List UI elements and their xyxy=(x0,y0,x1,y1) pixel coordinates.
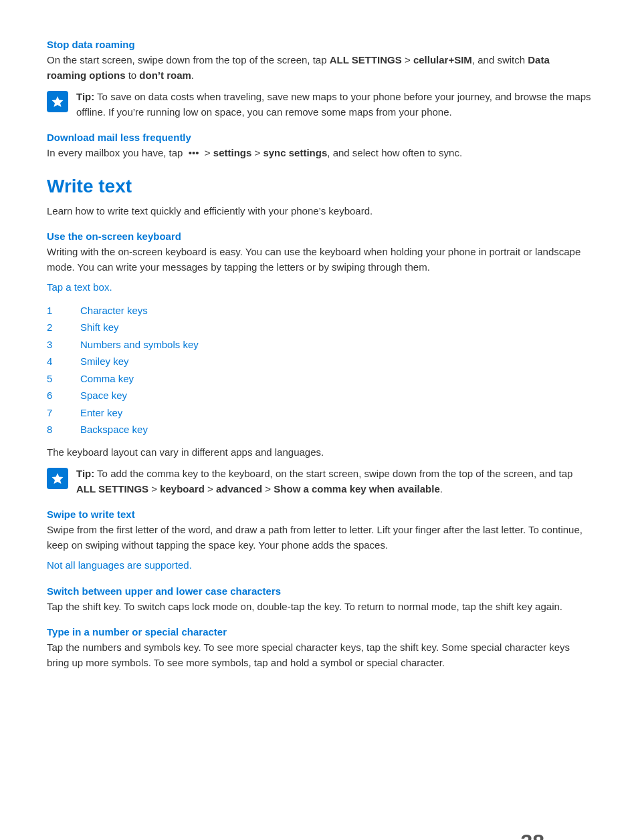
list-item-label: Backspace key xyxy=(80,421,148,438)
after-list: The keyboard layout can vary in differen… xyxy=(47,445,591,460)
list-item: 7Enter key xyxy=(47,404,591,422)
tip2-icon xyxy=(47,468,68,489)
download-mail-pre: In every mailbox you have, tap ••• > xyxy=(47,147,213,158)
body-post1: , and switch xyxy=(472,54,528,65)
tip1-label: Tip: xyxy=(76,91,94,102)
swipe-heading: Swipe to write text xyxy=(47,509,591,520)
stop-data-roaming-section: Stop data roaming On the start screen, s… xyxy=(47,39,591,120)
list-item-num: 7 xyxy=(47,404,80,422)
type-number-heading: Type in a number or special character xyxy=(47,626,591,638)
body-end: . xyxy=(191,69,194,81)
footer-page: 38 xyxy=(520,830,544,840)
list-item-label: Character keys xyxy=(80,302,148,319)
swipe-note: Not all languages are supported. xyxy=(47,558,591,573)
tip2-content: Tip: To add the comma key to the keyboar… xyxy=(76,466,591,497)
keyboard-list: 1Character keys2Shift key3Numbers and sy… xyxy=(47,302,591,438)
list-item-num: 8 xyxy=(47,421,80,438)
tip2-mid3: > xyxy=(262,483,274,495)
tip2-bold3: advanced xyxy=(216,483,262,495)
page-subtitle: Learn how to write text quickly and effi… xyxy=(47,204,591,219)
list-item: 8Backspace key xyxy=(47,421,591,438)
body-mid: > xyxy=(402,54,413,65)
list-item-num: 1 xyxy=(47,302,80,319)
list-item: 1Character keys xyxy=(47,302,591,319)
list-item: 4Smiley key xyxy=(47,353,591,370)
body-bold4: don’t roam xyxy=(139,69,191,81)
on-screen-keyboard-section: Use the on-screen keyboard Writing with … xyxy=(47,231,591,497)
body-text-pre: On the start screen, swipe down from the… xyxy=(47,54,330,65)
list-item-label: Numbers and symbols key xyxy=(80,336,199,354)
stop-data-roaming-heading: Stop data roaming xyxy=(47,39,591,50)
tip1-content: Tip: To save on data costs when travelin… xyxy=(76,90,591,120)
swipe-body: Swipe from the first letter of the word,… xyxy=(47,523,591,553)
tip2-text-pre: To add the comma key to the keyboard, on… xyxy=(94,468,572,479)
download-mail-post: , and select how often to sync. xyxy=(327,147,462,158)
list-item-label: Comma key xyxy=(80,370,134,388)
tip1-icon xyxy=(47,91,68,112)
tip2-label: Tip: xyxy=(76,468,94,479)
switch-case-section: Switch between upper and lower case char… xyxy=(47,585,591,615)
switch-case-heading: Switch between upper and lower case char… xyxy=(47,585,591,597)
download-mail-bold2: sync settings xyxy=(263,147,327,158)
stop-data-roaming-body: On the start screen, swipe down from the… xyxy=(47,53,591,83)
page-wrapper: Stop data roaming On the start screen, s… xyxy=(47,39,591,840)
type-number-body: Tap the numbers and symbols key. To see … xyxy=(47,640,591,670)
list-item: 2Shift key xyxy=(47,319,591,336)
download-mail-mid: > xyxy=(251,147,263,158)
star-icon-2 xyxy=(51,472,64,485)
list-item-label: Shift key xyxy=(80,319,119,336)
tip2-box: Tip: To add the comma key to the keyboar… xyxy=(47,466,591,497)
svg-marker-1 xyxy=(52,473,64,484)
svg-marker-0 xyxy=(52,96,64,107)
download-mail-heading: Download mail less frequently xyxy=(47,132,591,143)
switch-case-body: Tap the shift key. To switch caps lock m… xyxy=(47,599,591,615)
download-mail-body: In every mailbox you have, tap ••• > set… xyxy=(47,146,591,161)
list-item-label: Space key xyxy=(80,387,127,404)
list-item-label: Smiley key xyxy=(80,353,129,370)
list-item-num: 4 xyxy=(47,353,80,370)
list-item: 5Comma key xyxy=(47,370,591,388)
tap-instruction: Tap a text box. xyxy=(47,280,591,295)
list-item: 3Numbers and symbols key xyxy=(47,336,591,354)
swipe-section: Swipe to write text Swipe from the first… xyxy=(47,509,591,573)
tip2-end: . xyxy=(440,483,443,495)
tip2-mid1: > xyxy=(148,483,160,495)
on-screen-keyboard-body: Writing with the on-screen keyboard is e… xyxy=(47,245,591,275)
body-post2: to xyxy=(126,69,140,81)
on-screen-keyboard-heading: Use the on-screen keyboard xyxy=(47,231,591,242)
list-item-num: 6 xyxy=(47,387,80,404)
star-icon xyxy=(51,95,64,108)
body-bold2: cellular+SIM xyxy=(413,54,472,65)
tip2-bold4: Show a comma key when available xyxy=(274,483,439,495)
body-bold1: ALL SETTINGS xyxy=(330,54,402,65)
list-item-num: 2 xyxy=(47,319,80,336)
tip1-box: Tip: To save on data costs when travelin… xyxy=(47,90,591,120)
download-mail-section: Download mail less frequently In every m… xyxy=(47,132,591,161)
type-number-section: Type in a number or special character Ta… xyxy=(47,626,591,670)
list-item: 6Space key xyxy=(47,387,591,404)
list-item-num: 3 xyxy=(47,336,80,354)
download-mail-bold1: settings xyxy=(213,147,252,158)
footer: © 2014 Microsoft Mobile. All rights rese… xyxy=(94,830,544,840)
tip2-bold1: ALL SETTINGS xyxy=(76,483,148,495)
tip2-bold2: keyboard xyxy=(160,483,205,495)
list-item-label: Enter key xyxy=(80,404,122,422)
tip2-mid2: > xyxy=(205,483,216,495)
page-title: Write text xyxy=(47,176,591,197)
list-item-num: 5 xyxy=(47,370,80,388)
tip1-text: To save on data costs when traveling, sa… xyxy=(76,91,591,118)
